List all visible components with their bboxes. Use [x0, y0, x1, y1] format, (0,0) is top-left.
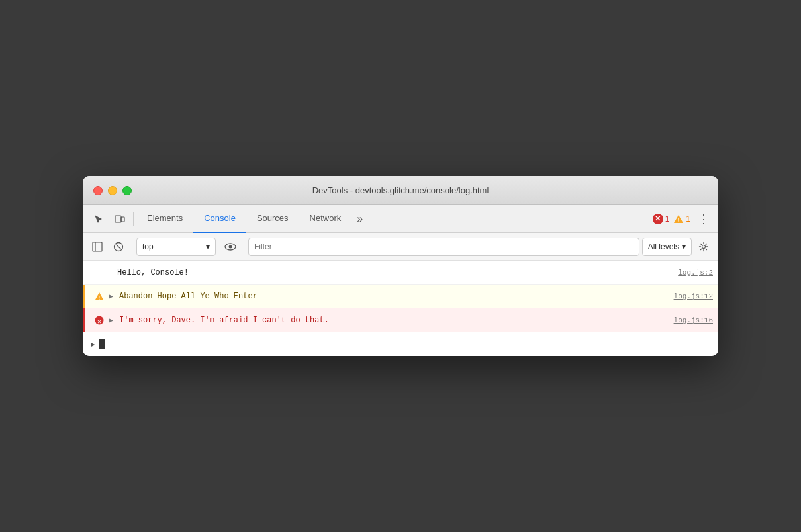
error-icon: ✕ [653, 214, 663, 224]
prompt-icon[interactable]: ▶ [91, 340, 95, 349]
warn-icon-2: ! [93, 292, 106, 301]
console-toolbar: top ▾ All levels ▾ [83, 233, 718, 261]
tab-sources[interactable]: Sources [246, 205, 299, 233]
log-levels-selector[interactable]: All levels ▾ [642, 238, 692, 256]
responsive-icon-button[interactable] [109, 208, 130, 230]
live-expressions-button[interactable] [221, 238, 240, 256]
log-text-1: Hello, Console! [115, 268, 678, 277]
expand-3[interactable]: ▶ [106, 316, 117, 324]
svg-text:✕: ✕ [97, 318, 101, 325]
toolbar-divider-2 [244, 241, 244, 253]
svg-text:!: ! [98, 295, 101, 301]
title-bar: DevTools - devtools.glitch.me/console/lo… [83, 176, 718, 205]
devtools-tab-bar: Elements Console Sources Network » ✕ 1 ! [83, 205, 718, 233]
svg-rect-0 [115, 216, 121, 222]
log-link-3[interactable]: log.js:16 [674, 316, 713, 324]
log-entry-2: ! ▶ Abandon Hope All Ye Who Enter log.js… [83, 285, 718, 308]
log-link-1[interactable]: log.js:2 [678, 269, 713, 277]
svg-text:!: ! [678, 217, 680, 224]
log-entry-3: ✕ ▶ I'm sorry, Dave. I'm afraid I can't … [83, 308, 718, 332]
svg-rect-4 [93, 242, 102, 251]
console-input[interactable] [99, 339, 713, 349]
log-entry-1: Hello, Console! log.js:2 [83, 261, 718, 285]
tab-elements[interactable]: Elements [136, 205, 193, 233]
clear-console-button[interactable] [109, 238, 128, 256]
more-tabs-button[interactable]: » [352, 205, 368, 233]
console-input-line: ▶ [83, 332, 718, 356]
console-settings-button[interactable] [694, 238, 713, 256]
log-text-3: I'm sorry, Dave. I'm afraid I can't do t… [117, 316, 674, 325]
log-link-2[interactable]: log.js:12 [674, 292, 713, 300]
warning-triangle-icon: ! [673, 214, 684, 224]
toolbar-divider-1 [132, 241, 132, 253]
tab-network[interactable]: Network [299, 205, 352, 233]
levels-dropdown-arrow: ▾ [682, 242, 686, 251]
devtools-window: DevTools - devtools.glitch.me/console/lo… [83, 176, 718, 356]
maximize-button[interactable] [122, 186, 132, 195]
expand-2[interactable]: ▶ [106, 292, 117, 300]
tab-console[interactable]: Console [193, 205, 246, 233]
warning-count-badge[interactable]: ! 1 [673, 214, 690, 224]
cursor [99, 339, 105, 349]
window-title: DevTools - devtools.glitch.me/console/lo… [312, 185, 489, 195]
filter-input[interactable] [248, 238, 639, 256]
svg-point-10 [702, 245, 706, 248]
window-buttons [93, 186, 132, 195]
tab-separator [133, 212, 134, 226]
sidebar-toggle-button[interactable] [88, 238, 107, 256]
tabs-right-actions: ✕ 1 ! 1 ⋮ [653, 210, 713, 228]
devtools-menu-button[interactable]: ⋮ [694, 210, 713, 228]
context-dropdown-arrow: ▾ [206, 242, 210, 251]
svg-line-7 [117, 244, 121, 249]
svg-rect-1 [121, 217, 124, 222]
err-icon-3: ✕ [93, 316, 106, 325]
minimize-button[interactable] [108, 186, 117, 195]
cursor-icon-button[interactable] [88, 208, 109, 230]
error-count-badge[interactable]: ✕ 1 [653, 214, 670, 224]
context-selector[interactable]: top ▾ [136, 238, 216, 256]
console-output: Hello, Console! log.js:2 ! ▶ Abandon Hop… [83, 261, 718, 356]
close-button[interactable] [93, 186, 103, 195]
svg-point-9 [229, 245, 232, 248]
log-text-2: Abandon Hope All Ye Who Enter [117, 292, 674, 301]
